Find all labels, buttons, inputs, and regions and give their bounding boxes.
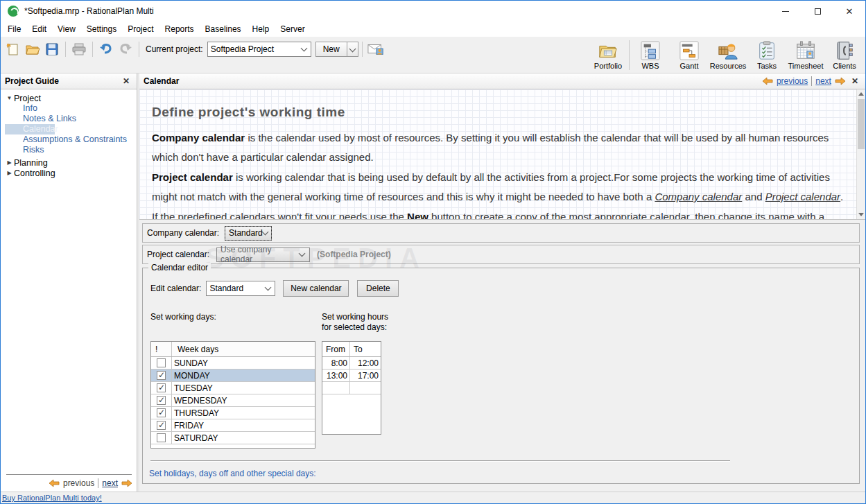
menu-item-server[interactable]: Server [275, 22, 310, 36]
print-icon [71, 41, 87, 58]
sidebar-item-assumptions[interactable]: Assumptions & Constraints [5, 134, 134, 145]
tree-collapsed-icon[interactable]: ▶ [5, 159, 14, 166]
new-project-split-button[interactable]: New [315, 42, 358, 57]
table-row-hours[interactable]: 13:00 17:00 [322, 370, 381, 382]
to-cell[interactable] [350, 382, 381, 394]
table-row-hours[interactable]: 8:00 12:00 [322, 357, 381, 370]
from-cell[interactable] [322, 382, 350, 394]
monday-checkbox[interactable] [157, 371, 166, 380]
panel-next-link[interactable]: next [815, 76, 831, 86]
menu-item-reports[interactable]: Reports [159, 22, 200, 36]
table-row-thursday[interactable]: THURSDAY [151, 407, 315, 419]
from-cell[interactable]: 13:00 [322, 370, 350, 381]
sunday-checkbox[interactable] [157, 358, 166, 367]
table-row-tuesday[interactable]: TUESDAY [151, 382, 315, 394]
menu-item-edit[interactable]: Edit [26, 22, 52, 36]
calendar-panel-close-icon[interactable]: ✕ [849, 76, 861, 86]
scroll-down-icon[interactable] [857, 210, 865, 219]
from-cell[interactable]: 8:00 [322, 357, 350, 369]
menu-item-view[interactable]: View [52, 22, 81, 36]
table-row-monday[interactable]: MONDAY [151, 370, 315, 382]
chevron-down-icon [299, 250, 306, 257]
new-project-dropdown-arrow[interactable] [347, 42, 358, 57]
menu-item-project[interactable]: Project [122, 22, 159, 36]
calendar-editor-legend: Calendar editor [148, 263, 211, 272]
tree-node-controlling[interactable]: ▶ Controlling [5, 168, 134, 178]
table-row-friday[interactable]: FRIDAY [151, 419, 315, 432]
current-project-label: Current project: [146, 44, 203, 54]
tree-collapsed-icon[interactable]: ▶ [5, 170, 14, 176]
to-cell[interactable]: 12:00 [350, 357, 381, 369]
toolbar-view-portfolio[interactable]: Portfolio [589, 38, 627, 72]
working-days-label: Set working days: [150, 312, 216, 322]
sidebar-previous-link[interactable]: previous [63, 478, 94, 488]
undo-icon[interactable] [98, 41, 114, 58]
tuesday-checkbox[interactable] [157, 383, 166, 392]
menu-item-baselines[interactable]: Baselines [200, 22, 247, 36]
set-holidays-link[interactable]: Set holidays, days off and other special… [149, 469, 316, 478]
save-icon[interactable] [44, 41, 60, 58]
table-row-hours-empty[interactable] [322, 382, 381, 394]
scroll-up-icon[interactable] [857, 89, 865, 98]
saturday-checkbox[interactable] [157, 433, 166, 442]
menu-item-help[interactable]: Help [247, 22, 275, 36]
toolbar: Current project: Softpedia Project New P… [1, 37, 865, 73]
buy-link[interactable]: Buy RationalPlan Multi today! [2, 494, 102, 502]
table-row-wednesday[interactable]: WEDNESDAY [151, 394, 315, 407]
table-row-saturday[interactable]: SATURDAY [151, 432, 315, 444]
week-days-table: ! Week days SUNDAY MONDAY TUESDAY [150, 341, 315, 449]
delete-button[interactable]: Delete [357, 280, 399, 297]
friday-checkbox[interactable] [157, 421, 166, 430]
week-days-table-header: ! Week days [151, 342, 315, 357]
sidebar-item-calendar[interactable]: Calendar [5, 124, 55, 134]
tasks-icon [756, 40, 777, 61]
description-scrollbar[interactable] [856, 89, 865, 219]
next-arrow-icon[interactable] [121, 479, 132, 487]
previous-arrow-icon[interactable] [763, 77, 773, 85]
edit-calendar-select[interactable]: Standard [206, 281, 275, 296]
panel-previous-link[interactable]: previous [777, 76, 808, 86]
project-calendar-link[interactable]: Project calendar [765, 191, 840, 202]
maximize-button[interactable] [802, 1, 833, 21]
menu-item-file[interactable]: File [2, 22, 26, 36]
gantt-icon [679, 40, 700, 61]
clients-icon [834, 40, 855, 61]
toolbar-view-resources[interactable]: Resources [709, 38, 747, 72]
company-calendar-select[interactable]: Standard [225, 226, 272, 241]
toolbar-view-gantt[interactable]: Gantt [670, 38, 709, 72]
next-arrow-icon[interactable] [835, 77, 845, 85]
current-project-select[interactable]: Softpedia Project [207, 42, 311, 57]
toolbar-view-timesheet[interactable]: Timesheet [786, 38, 825, 72]
tree-node-project[interactable]: ▼ Project [5, 93, 134, 103]
sidebar-item-notes-links[interactable]: Notes & Links [5, 114, 134, 124]
previous-arrow-icon[interactable] [49, 479, 60, 487]
company-calendar-link[interactable]: Company calendar [655, 191, 742, 202]
project-calendar-row: Project calendar: Use company calendar (… [142, 245, 860, 264]
new-calendar-button[interactable]: New calendar [283, 280, 349, 297]
close-button[interactable]: ✕ [833, 1, 865, 21]
table-row-sunday[interactable]: SUNDAY [151, 357, 315, 370]
new-document-icon[interactable] [5, 41, 21, 58]
toolbar-view-tasks[interactable]: Tasks [747, 38, 786, 72]
menu-item-settings[interactable]: Settings [81, 22, 122, 36]
scrollbar-thumb[interactable] [858, 99, 865, 149]
sidebar-item-info[interactable]: Info [5, 103, 134, 114]
project-guide-close-icon[interactable]: ✕ [120, 76, 132, 86]
to-cell[interactable]: 17:00 [350, 370, 381, 381]
menubar: File Edit View Settings Project Reports … [1, 21, 865, 37]
thursday-checkbox[interactable] [157, 408, 166, 417]
sidebar-next-link[interactable]: next [102, 478, 118, 488]
toolbar-view-clients[interactable]: Clients [825, 38, 864, 72]
minimize-button[interactable] [770, 1, 802, 21]
description-paragraph: If the predefined calendars won't fit yo… [152, 207, 849, 220]
wednesday-checkbox[interactable] [157, 396, 166, 405]
project-calendar-select[interactable]: Use company calendar [216, 247, 310, 262]
mail-icon[interactable] [367, 41, 384, 58]
sidebar-item-risks[interactable]: Risks [5, 145, 134, 155]
tree-node-planning[interactable]: ▶ Planning [5, 157, 134, 168]
toolbar-view-wbs[interactable]: WBS [631, 38, 670, 72]
resources-icon [718, 40, 738, 61]
statusbar: Buy RationalPlan Multi today! [1, 492, 865, 503]
tree-expanded-icon[interactable]: ▼ [5, 95, 14, 101]
open-folder-icon[interactable] [24, 41, 41, 58]
